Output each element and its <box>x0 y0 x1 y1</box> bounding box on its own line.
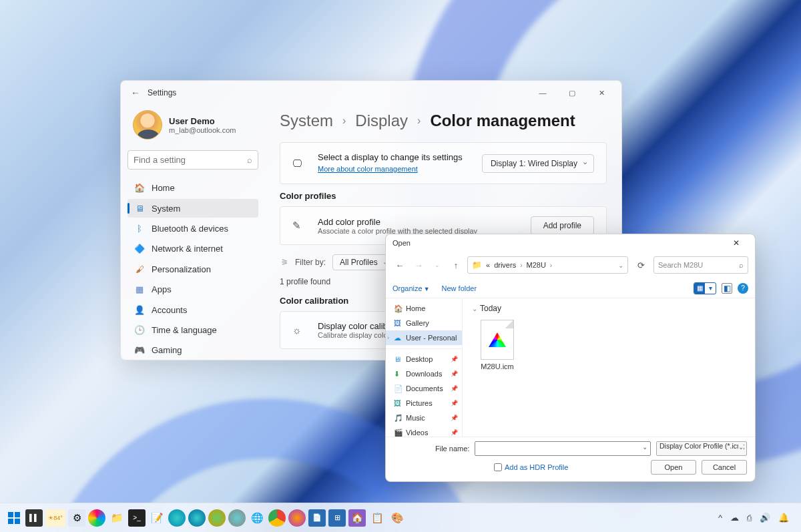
weather-widget[interactable]: ☀84° <box>45 509 65 527</box>
quick-access-vids[interactable]: 🎬Videos📌 <box>386 425 462 437</box>
address-bar[interactable]: 📁 « drivers › M28U › ⌄ <box>467 256 628 274</box>
svg-rect-2 <box>8 519 13 524</box>
sidebar-item-acc[interactable]: 👤Accounts <box>127 300 258 319</box>
address-part-drivers[interactable]: drivers <box>494 261 516 269</box>
sidebar-item-net[interactable]: 🔷Network & internet <box>127 240 258 258</box>
tree-item-home[interactable]: 🏠Home <box>386 301 462 316</box>
filename-input[interactable] <box>475 441 651 456</box>
nav-back-button[interactable]: ← <box>392 258 407 272</box>
address-dropdown-icon[interactable]: ⌄ <box>618 262 623 269</box>
dialog-toolbar: Organize▼ New folder ▦▾ ◧ ? <box>386 278 755 298</box>
taskbar-app[interactable]: 📝 <box>148 509 166 527</box>
cancel-button[interactable]: Cancel <box>702 460 747 475</box>
sidebar-item-home[interactable]: 🏠Home <box>127 179 258 198</box>
breadcrumb: System › Display › Color management <box>280 111 607 130</box>
paint-icon[interactable]: 🎨 <box>388 509 406 527</box>
onedrive-tray-icon[interactable]: ☁ <box>730 513 739 523</box>
maximize-button[interactable]: ▢ <box>557 83 587 103</box>
sidebar-item-apps[interactable]: ▦Apps <box>127 280 258 298</box>
breadcrumb-system[interactable]: System <box>280 111 333 130</box>
view-mode-toggle[interactable]: ▦▾ <box>694 282 716 294</box>
address-prefix: « <box>486 261 490 269</box>
refresh-button[interactable]: ⟳ <box>632 256 649 274</box>
terminal-icon[interactable]: >_ <box>128 509 146 527</box>
organize-menu[interactable]: Organize▼ <box>392 284 430 292</box>
search-input[interactable] <box>134 155 247 165</box>
back-button[interactable]: ← <box>126 83 145 102</box>
edge-canary-icon[interactable] <box>228 509 246 527</box>
tray-overflow-button[interactable]: ^ <box>718 513 722 523</box>
dialog-search-box[interactable]: Search M28U ⌕ <box>653 256 748 274</box>
display-dropdown[interactable]: Display 1: Wired Display <box>482 154 594 173</box>
quick-access-pics[interactable]: 🖼Pictures📌 <box>386 396 462 411</box>
pin-icon: 📌 <box>451 400 458 407</box>
taskbar-app[interactable]: 📄 <box>308 509 326 527</box>
taskbar-app[interactable]: 🌐 <box>248 509 266 527</box>
search-icon: ⌕ <box>739 261 744 269</box>
tree-item-label: Videos <box>406 429 428 437</box>
taskbar-app[interactable]: ▌▌ <box>25 509 43 527</box>
preview-pane-button[interactable]: ◧ <box>722 283 732 294</box>
chrome-icon[interactable] <box>268 509 286 527</box>
chevron-down-icon: ⌄ <box>472 305 477 312</box>
search-box[interactable]: ⌕ <box>127 150 258 170</box>
quick-access-desktop[interactable]: 🖥Desktop📌 <box>386 352 462 366</box>
hdr-profile-checkbox[interactable]: Add as HDR Profile <box>494 463 568 471</box>
help-icon[interactable]: ? <box>738 283 748 294</box>
quick-access-docs[interactable]: 📄Documents📌 <box>386 381 462 396</box>
folder-tree: 🏠Home🖼Gallery›☁User - Personal🖥Desktop📌⬇… <box>386 298 463 437</box>
edge-icon[interactable] <box>168 509 186 527</box>
tray-icon[interactable]: ⎙ <box>747 513 752 523</box>
tree-item-gallery[interactable]: 🖼Gallery <box>386 316 462 330</box>
close-button[interactable]: ✕ <box>587 83 616 103</box>
tree-item-label: Downloads <box>406 370 442 378</box>
minimize-button[interactable]: — <box>528 83 557 103</box>
address-part-m28u[interactable]: M28U <box>526 261 545 269</box>
group-header-today[interactable]: ⌄ Today <box>472 304 746 313</box>
firefox-icon[interactable] <box>288 509 306 527</box>
more-about-link[interactable]: More about color management <box>318 165 418 173</box>
search-icon: ⌕ <box>247 155 252 165</box>
view-dropdown-icon: ▾ <box>705 283 716 294</box>
nav-forward-button[interactable]: → <box>411 258 426 272</box>
sidebar-item-system[interactable]: 🖥System <box>127 199 258 218</box>
notifications-tray-icon[interactable]: 🔔 <box>778 513 789 523</box>
nav-recent-dropdown[interactable]: ⌄ <box>430 258 445 272</box>
edge-dev-icon[interactable] <box>208 509 226 527</box>
settings-app-icon[interactable]: ⚙ <box>68 509 85 527</box>
tree-item-cloud[interactable]: ›☁User - Personal <box>386 330 462 345</box>
dialog-close-button[interactable]: ✕ <box>724 238 748 248</box>
breadcrumb-display[interactable]: Display <box>355 111 408 130</box>
open-button[interactable]: Open <box>651 460 696 475</box>
user-block[interactable]: User Demo m_lab@outlook.com <box>127 105 258 150</box>
hdr-checkbox-input[interactable] <box>494 463 502 471</box>
sidebar-item-game[interactable]: 🎮Gaming <box>127 341 258 360</box>
quick-access-down[interactable]: ⬇Downloads📌 <box>386 366 462 381</box>
sidebar-item-bt[interactable]: ᛒBluetooth & devices <box>127 219 258 238</box>
file-type-filter[interactable]: Display Color Profile (*.icm; *.ic <box>656 441 747 456</box>
explorer-icon[interactable]: 📁 <box>108 509 125 527</box>
add-profile-button[interactable]: Add profile <box>531 216 594 235</box>
file-item-m28u[interactable]: M28U.icm <box>472 317 523 373</box>
copilot-icon[interactable] <box>88 509 105 527</box>
taskbar-app[interactable]: ⊞ <box>328 509 346 527</box>
pin-icon: 📌 <box>451 356 458 362</box>
svg-rect-1 <box>15 512 20 517</box>
sidebar-item-pers[interactable]: 🖌Personalization <box>127 260 258 278</box>
open-file-dialog: Open ✕ ← → ⌄ ↑ 📁 « drivers › M28U › ⌄ ⟳ … <box>385 234 756 482</box>
sidebar-item-time[interactable]: 🕒Time & language <box>127 320 258 339</box>
tree-item-label: User - Personal <box>406 334 457 342</box>
quick-access-music[interactable]: 🎵Music📌 <box>386 411 462 425</box>
nav-up-button[interactable]: ↑ <box>449 258 463 272</box>
tree-item-label: Home <box>406 304 425 312</box>
edge-beta-icon[interactable] <box>188 509 206 527</box>
new-folder-button[interactable]: New folder <box>442 284 477 292</box>
notepad-icon[interactable]: 📋 <box>368 509 386 527</box>
icons-view-icon: ▦ <box>694 283 705 294</box>
svg-rect-3 <box>15 519 20 524</box>
chevron-right-icon: › <box>417 115 421 127</box>
svg-rect-0 <box>8 512 13 517</box>
taskbar-app[interactable]: 🏠 <box>348 509 366 527</box>
start-button[interactable] <box>5 509 23 527</box>
volume-tray-icon[interactable]: 🔊 <box>760 513 770 523</box>
